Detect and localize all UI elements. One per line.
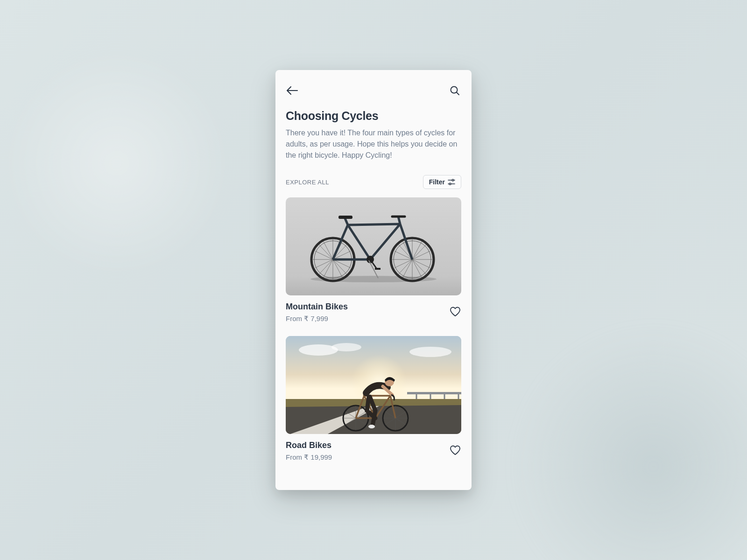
product-title: Road Bikes [286, 441, 332, 450]
svg-line-35 [412, 242, 422, 259]
svg-line-23 [315, 251, 333, 259]
product-price: From ₹ 19,999 [286, 453, 332, 462]
svg-point-50 [409, 347, 451, 357]
filter-label: Filter [429, 178, 445, 186]
road-cyclist-illustration [286, 336, 461, 434]
svg-point-2 [452, 179, 454, 181]
svg-line-15 [319, 245, 333, 259]
heart-icon [450, 445, 461, 455]
svg-point-49 [331, 343, 361, 351]
filter-button[interactable]: Filter [423, 175, 461, 189]
app-screen: Choosing Cycles There you have it! The f… [275, 70, 472, 490]
page-title: Choosing Cycles [286, 109, 461, 123]
svg-line-22 [315, 259, 333, 268]
top-bar [286, 82, 461, 105]
svg-line-38 [412, 259, 422, 277]
svg-point-4 [449, 183, 451, 185]
svg-rect-42 [338, 216, 352, 219]
product-image [286, 197, 461, 295]
svg-line-40 [395, 259, 412, 268]
bicycle-illustration [301, 204, 446, 288]
svg-line-29 [412, 259, 426, 274]
card-meta: Mountain Bikes From ₹ 7,999 [286, 295, 461, 323]
svg-line-27 [412, 245, 426, 259]
search-button[interactable] [448, 84, 461, 97]
favorite-button[interactable] [449, 445, 461, 457]
product-price: From ₹ 7,999 [286, 315, 348, 323]
page-subtitle: There you have it! The four main types o… [286, 127, 461, 161]
svg-line-36 [412, 251, 430, 259]
svg-line-19 [333, 259, 351, 268]
svg-line-11 [333, 259, 347, 274]
favorite-button[interactable] [449, 307, 461, 319]
svg-rect-45 [375, 268, 381, 270]
arrow-left-icon [286, 86, 298, 95]
svg-line-20 [333, 259, 342, 277]
svg-line-39 [403, 259, 412, 277]
section-label: EXPLORE ALL [286, 179, 329, 186]
product-title: Mountain Bikes [286, 302, 348, 312]
search-icon [450, 85, 460, 96]
card-meta: Road Bikes From ₹ 19,999 [286, 434, 461, 462]
svg-line-31 [398, 259, 412, 274]
product-card[interactable]: Road Bikes From ₹ 19,999 [286, 336, 461, 462]
svg-point-78 [368, 425, 375, 428]
product-image [286, 336, 461, 434]
svg-line-37 [412, 259, 430, 268]
svg-line-16 [324, 242, 333, 259]
svg-line-13 [319, 259, 333, 274]
filter-icon [448, 179, 455, 185]
section-header: EXPLORE ALL Filter [286, 175, 461, 189]
heart-icon [450, 307, 461, 317]
svg-line-21 [324, 259, 333, 277]
back-button[interactable] [286, 84, 299, 97]
product-card[interactable]: Mountain Bikes From ₹ 7,999 [286, 197, 461, 323]
svg-rect-52 [407, 392, 461, 394]
